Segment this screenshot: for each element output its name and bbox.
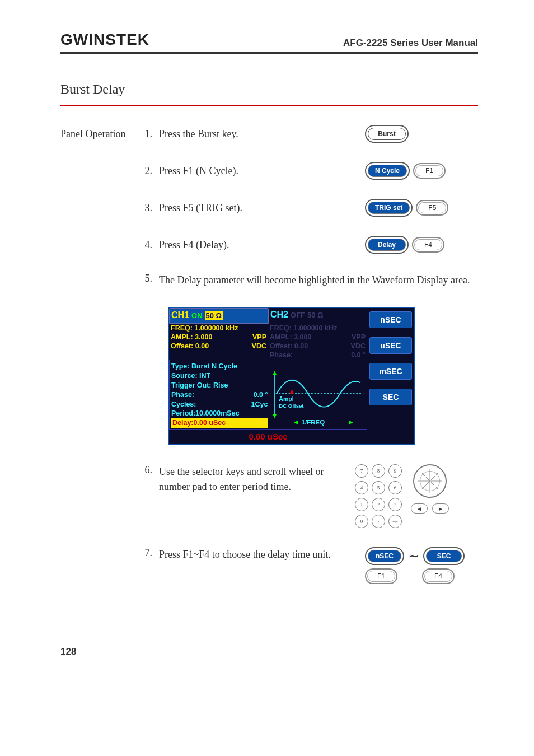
ch1-offset: Offset: 0.00VDC: [169, 342, 268, 351]
numkey-7[interactable]: 7: [355, 464, 368, 478]
ch2-impedance: 50 Ω: [307, 311, 324, 319]
svg-line-9: [422, 473, 438, 489]
numkey-3[interactable]: 3: [388, 498, 402, 511]
brand-logo: GWINSTEK: [60, 31, 149, 49]
f5-key[interactable]: F5: [416, 200, 448, 216]
ch2-state: OFF: [291, 311, 305, 319]
step-text: Use the selector keys and scroll wheel o…: [156, 464, 355, 494]
manual-title: AFG-2225 Series User Manual: [343, 38, 478, 49]
numkey-8[interactable]: 8: [372, 464, 385, 478]
step-number: 7.: [139, 547, 156, 559]
burst-button-label: Burst: [368, 128, 406, 140]
ch2-freq: FREQ: 1.000000 kHz: [268, 324, 367, 333]
svg-line-8: [422, 473, 438, 489]
range-tilde-icon: ∼: [409, 549, 419, 563]
ch1-ampl: AMPL: 3.000VPP: [169, 333, 268, 342]
step-number: 6.: [139, 464, 156, 476]
ch2-phase: Phase:0.0 °: [268, 351, 367, 360]
lcd-display: CH1 ON 50 Ω CH2 OFF 50 Ω FREQ: 1.00: [168, 307, 415, 445]
burst-trigout: Trigger Out: Rise: [171, 381, 268, 390]
burst-cycles-label: Cycles:: [171, 400, 196, 409]
f4-key[interactable]: F4: [422, 568, 455, 584]
burst-phase-value: 0.0 °: [254, 390, 268, 400]
svg-marker-1: [272, 414, 277, 418]
burst-source: Source: INT: [171, 371, 268, 381]
f5-key-label: F5: [418, 202, 446, 213]
ch2-tab: CH2 OFF 50 Ω: [269, 308, 367, 324]
delay-button[interactable]: Delay: [365, 236, 409, 254]
f4-key-label: F4: [424, 571, 452, 582]
step-number: 2.: [139, 165, 156, 177]
ch2-offset: Offset: 0.00VDC: [268, 342, 367, 351]
sec-unit-button[interactable]: SEC: [423, 547, 465, 565]
step-number: 5.: [139, 273, 156, 284]
ncycle-button[interactable]: N Cycle: [365, 162, 410, 180]
svg-marker-5: [294, 421, 298, 425]
numkey-2[interactable]: 2: [372, 498, 385, 511]
numkey-9[interactable]: 9: [388, 464, 402, 478]
burst-params: Type: Burst N Cycle Source: INT Trigger …: [170, 360, 270, 429]
step-text: Press F4 (Delay).: [156, 239, 355, 251]
f4-key[interactable]: F4: [412, 237, 444, 253]
f1-key[interactable]: F1: [413, 163, 446, 179]
delay-button-label: Delay: [368, 239, 406, 251]
nsec-unit-button[interactable]: nSEC: [365, 547, 404, 565]
step-text: Press the Burst key.: [156, 128, 355, 140]
trigset-button[interactable]: TRIG set: [365, 199, 413, 217]
scroll-wheel[interactable]: [413, 464, 447, 498]
step-number: 3.: [139, 202, 156, 214]
softkey-nsec[interactable]: nSEC: [369, 311, 412, 328]
number-pad: 7 8 9 4 5 6 1 2 3 0 · +/-: [355, 464, 402, 528]
numkey-dot[interactable]: ·: [372, 515, 385, 528]
burst-phase-label: Phase:: [171, 390, 194, 400]
step-text: The Delay parameter will become highligh…: [156, 273, 478, 288]
f1-key[interactable]: F1: [365, 568, 397, 584]
numkey-1[interactable]: 1: [355, 498, 368, 511]
softkey-sec[interactable]: SEC: [369, 389, 412, 405]
svg-marker-0: [272, 371, 277, 375]
burst-type: Type: Burst N Cycle: [171, 362, 268, 371]
ch1-freq: FREQ: 1.000000 kHz: [169, 324, 268, 333]
ch1-state: ON: [191, 311, 203, 320]
ch1-tab: CH1 ON 50 Ω: [169, 308, 269, 324]
svg-marker-2: [289, 389, 294, 394]
panel-operation-label: Panel Operation: [60, 128, 139, 140]
svg-text:1/FREQ: 1/FREQ: [301, 419, 325, 426]
softkey-msec[interactable]: mSEC: [369, 363, 412, 380]
section-title: Burst Delay: [60, 82, 478, 106]
burst-period: Period:10.0000mSec: [171, 409, 268, 418]
step-number: 4.: [139, 239, 156, 251]
step-number: 1.: [139, 128, 156, 140]
ncycle-button-label: N Cycle: [368, 165, 407, 177]
ch2-name: CH2: [270, 310, 288, 320]
numkey-6[interactable]: 6: [388, 481, 402, 494]
display-value: 0.00 uSec: [169, 430, 367, 444]
ch2-ampl: AMPL: 3.000VPP: [268, 333, 367, 342]
svg-marker-7: [348, 421, 353, 425]
f1-key-label: F1: [415, 165, 443, 176]
burst-button[interactable]: Burst: [365, 125, 409, 143]
svg-text:Ampl: Ampl: [279, 395, 293, 402]
softkey-usec[interactable]: uSEC: [369, 337, 412, 354]
step-text: Press F5 (TRIG set).: [156, 202, 355, 214]
numkey-0[interactable]: 0: [355, 515, 368, 528]
numkey-4[interactable]: 4: [355, 481, 368, 494]
ch1-impedance: 50 Ω: [205, 311, 223, 320]
burst-delay-highlighted: Delay:0.00 uSec: [171, 418, 268, 428]
svg-text:DC Offset: DC Offset: [279, 403, 304, 409]
f4-key-label: F4: [414, 239, 442, 250]
sec-unit-label: SEC: [426, 550, 462, 562]
right-arrow-button[interactable]: ►: [432, 503, 449, 514]
waveform-preview: Ampl DC Offset 1/FREQ: [270, 360, 367, 429]
numkey-sign[interactable]: +/-: [388, 515, 402, 528]
f1-key-label: F1: [367, 571, 395, 582]
ch1-name: CH1: [171, 310, 189, 320]
trigset-button-label: TRIG set: [368, 202, 410, 214]
left-arrow-button[interactable]: ◄: [411, 503, 428, 514]
burst-cycles-value: 1Cyc: [251, 400, 268, 409]
ch1-blank: [169, 351, 268, 360]
step-text: Press F1 (N Cycle).: [156, 165, 355, 177]
nsec-unit-label: nSEC: [368, 550, 401, 562]
page-number: 128: [60, 646, 478, 657]
numkey-5[interactable]: 5: [372, 481, 385, 494]
